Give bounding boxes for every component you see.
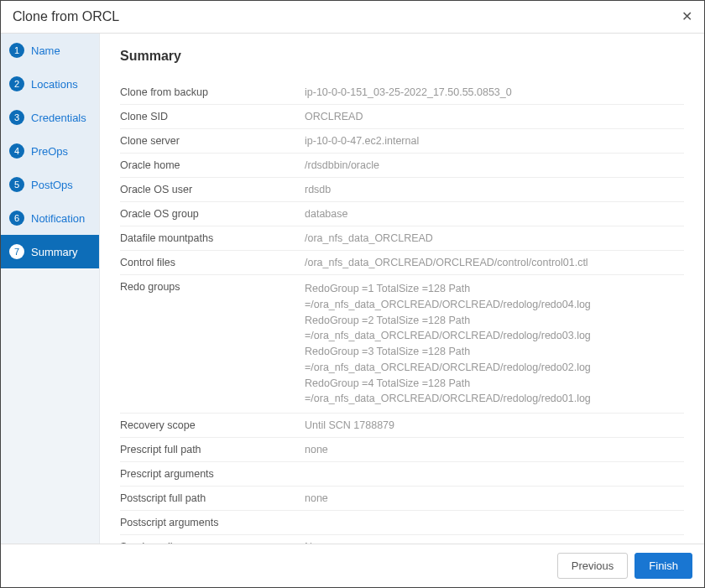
summary-label: Clone server	[120, 135, 305, 147]
summary-row-control-files: Control files /ora_nfs_data_ORCLREAD/ORC…	[120, 251, 684, 275]
summary-label: Postscript full path	[120, 492, 305, 504]
sidebar-item-name[interactable]: 1 Name	[1, 34, 99, 67]
sidebar-item-summary[interactable]: 7 Summary	[1, 235, 99, 268]
summary-value: /rdsdbbin/oracle	[305, 159, 684, 171]
dialog-body: 1 Name 2 Locations 3 Credentials 4 PreOp…	[1, 34, 704, 544]
summary-label: Clone from backup	[120, 86, 305, 98]
sidebar-item-label: Credentials	[31, 112, 86, 124]
sidebar-item-credentials[interactable]: 3 Credentials	[1, 101, 99, 134]
summary-label: Prescript full path	[120, 444, 305, 455]
finish-button[interactable]: Finish	[634, 553, 692, 579]
summary-row-prescript-full-path: Prescript full path none	[120, 438, 684, 462]
summary-label: Recovery scope	[120, 419, 305, 431]
step-number-icon: 4	[9, 143, 24, 159]
sidebar-item-label: PreOps	[31, 145, 68, 158]
step-number-icon: 5	[9, 177, 24, 192]
summary-value: ip-10-0-0-47.ec2.internal	[305, 135, 684, 147]
summary-label: Oracle home	[120, 159, 305, 171]
summary-row-postscript-arguments: Postscript arguments	[120, 511, 684, 535]
sidebar-item-postops[interactable]: 5 PostOps	[1, 168, 99, 201]
summary-value: ip-10-0-0-151_03-25-2022_17.50.55.0853_0	[305, 86, 684, 98]
sidebar-item-preops[interactable]: 4 PreOps	[1, 134, 99, 168]
summary-label: Prescript arguments	[120, 468, 305, 480]
redo-group-line: RedoGroup =4 TotalSize =128 Path =/ora_n…	[305, 376, 684, 408]
summary-value	[305, 517, 684, 528]
summary-label: Oracle OS group	[120, 208, 305, 220]
summary-row-clone-sid: Clone SID ORCLREAD	[120, 105, 684, 129]
summary-row-postscript-full-path: Postscript full path none	[120, 487, 684, 511]
summary-label: Control files	[120, 257, 305, 268]
previous-button[interactable]: Previous	[557, 553, 629, 579]
sidebar-item-notification[interactable]: 6 Notification	[1, 201, 99, 235]
summary-label: Datafile mountpaths	[120, 232, 305, 244]
summary-label: Clone SID	[120, 111, 305, 122]
summary-row-clone-from-backup: Clone from backup ip-10-0-0-151_03-25-20…	[120, 81, 684, 105]
summary-row-prescript-arguments: Prescript arguments	[120, 462, 684, 487]
step-number-icon: 7	[9, 244, 24, 259]
sidebar-item-label: Summary	[31, 246, 78, 258]
sidebar-item-label: Locations	[31, 78, 78, 91]
step-number-icon: 1	[9, 43, 24, 58]
redo-group-line: RedoGroup =1 TotalSize =128 Path =/ora_n…	[305, 281, 684, 313]
dialog-footer: Previous Finish	[1, 544, 704, 587]
summary-row-oracle-os-group: Oracle OS group database	[120, 202, 684, 226]
summary-row-clone-server: Clone server ip-10-0-0-47.ec2.internal	[120, 129, 684, 154]
summary-row-oracle-os-user: Oracle OS user rdsdb	[120, 178, 684, 202]
summary-value: RedoGroup =1 TotalSize =128 Path =/ora_n…	[305, 281, 684, 407]
step-number-icon: 3	[9, 110, 24, 125]
page-title: Summary	[120, 49, 684, 64]
sidebar-item-locations[interactable]: 2 Locations	[1, 67, 99, 101]
summary-row-oracle-home: Oracle home /rdsdbbin/oracle	[120, 154, 684, 178]
summary-row-recovery-scope: Recovery scope Until SCN 1788879	[120, 414, 684, 438]
summary-value: none	[305, 492, 684, 504]
step-number-icon: 6	[9, 211, 24, 226]
summary-row-send-email: Send email No	[120, 535, 684, 544]
redo-group-line: RedoGroup =3 TotalSize =128 Path =/ora_n…	[305, 344, 684, 376]
content-pane: Summary Clone from backup ip-10-0-0-151_…	[100, 34, 704, 544]
summary-value: /ora_nfs_data_ORCLREAD	[305, 232, 684, 244]
wizard-sidebar: 1 Name 2 Locations 3 Credentials 4 PreOp…	[1, 34, 100, 544]
dialog-title: Clone from ORCL	[13, 9, 119, 24]
sidebar-item-label: Notification	[31, 212, 85, 225]
sidebar-item-label: Name	[31, 44, 60, 57]
summary-value	[305, 468, 684, 480]
summary-row-redo-groups: Redo groups RedoGroup =1 TotalSize =128 …	[120, 275, 684, 414]
summary-value: ORCLREAD	[305, 111, 684, 122]
sidebar-item-label: PostOps	[31, 179, 73, 191]
summary-value: Until SCN 1788879	[305, 419, 684, 431]
summary-value: none	[305, 444, 684, 455]
summary-label: Postscript arguments	[120, 517, 305, 528]
close-icon[interactable]: ✕	[682, 10, 692, 23]
dialog-header: Clone from ORCL ✕	[1, 1, 704, 34]
summary-value: /ora_nfs_data_ORCLREAD/ORCLREAD/control/…	[305, 257, 684, 268]
summary-row-datafile-mountpaths: Datafile mountpaths /ora_nfs_data_ORCLRE…	[120, 226, 684, 251]
summary-value: database	[305, 208, 684, 220]
redo-group-line: RedoGroup =2 TotalSize =128 Path =/ora_n…	[305, 313, 684, 345]
summary-label: Oracle OS user	[120, 184, 305, 195]
summary-value: rdsdb	[305, 184, 684, 195]
dialog: Clone from ORCL ✕ 1 Name 2 Locations 3 C…	[0, 0, 705, 588]
step-number-icon: 2	[9, 76, 24, 91]
summary-label: Redo groups	[120, 281, 305, 407]
